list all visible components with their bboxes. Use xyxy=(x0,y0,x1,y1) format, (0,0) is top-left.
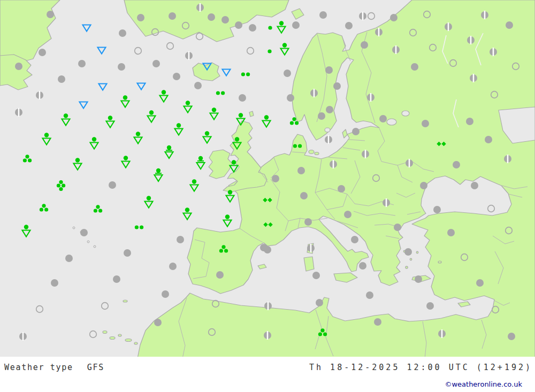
overcast-icon xyxy=(345,22,353,29)
overcast-icon xyxy=(169,12,176,20)
overcast-icon xyxy=(65,255,73,262)
light-rain-icon xyxy=(268,26,272,29)
overcast-icon xyxy=(292,21,300,29)
overcast-icon xyxy=(326,106,333,113)
overcast-icon xyxy=(221,16,229,24)
overcast-icon xyxy=(300,192,308,199)
island-canary-1 xyxy=(103,331,107,334)
overcast-icon xyxy=(433,206,441,213)
overcast-icon xyxy=(476,279,484,287)
island-canary-4 xyxy=(125,339,132,342)
valid-time: Th 18-12-2025 12:00 UTC (12+192) xyxy=(309,363,532,372)
weather-map-page: Weather typeGFS Th 18-12-2025 12:00 UTC … xyxy=(0,0,535,392)
overcast-icon xyxy=(154,319,162,326)
overcast-icon xyxy=(338,185,345,193)
overcast-icon xyxy=(80,229,88,236)
overcast-icon xyxy=(318,112,325,120)
island-canary-3 xyxy=(118,334,121,336)
overcast-icon xyxy=(152,60,160,67)
copyright-link[interactable]: ©weatheronline.co.uk xyxy=(445,380,522,388)
overcast-icon xyxy=(58,75,65,83)
overcast-icon xyxy=(235,21,242,29)
overcast-icon xyxy=(297,167,305,174)
overcast-icon xyxy=(137,14,144,21)
island-aegean-4 xyxy=(406,266,408,268)
overcast-icon xyxy=(39,49,46,56)
overcast-icon xyxy=(316,299,323,306)
overcast-icon xyxy=(361,41,368,49)
overcast-icon xyxy=(173,73,180,80)
footer-text-row: Weather typeGFS Th 18-12-2025 12:00 UTC … xyxy=(0,357,535,372)
overcast-icon xyxy=(304,218,312,226)
overcast-icon xyxy=(447,229,455,236)
overcast-icon xyxy=(264,246,271,253)
overcast-icon xyxy=(169,263,177,270)
overcast-icon xyxy=(352,128,360,135)
island-funen xyxy=(315,152,319,155)
overcast-icon xyxy=(239,94,246,102)
overcast-icon xyxy=(420,182,427,189)
overcast-icon xyxy=(426,302,434,310)
island-canary-2 xyxy=(110,337,115,340)
overcast-icon xyxy=(508,333,515,340)
overcast-icon xyxy=(319,11,327,19)
overcast-icon xyxy=(344,211,351,218)
island-madeira xyxy=(123,300,127,302)
overcast-icon xyxy=(422,120,429,127)
lake-vanern xyxy=(325,128,330,132)
model-name: GFS xyxy=(87,363,104,372)
overcast-icon xyxy=(312,272,320,279)
overcast-icon xyxy=(78,60,86,67)
product-label: Weather typeGFS xyxy=(4,363,104,372)
overcast-icon xyxy=(119,29,126,37)
overcast-icon xyxy=(118,63,125,71)
overcast-icon xyxy=(113,275,120,283)
island-rhodes xyxy=(438,261,441,263)
island-sardinia xyxy=(304,257,314,271)
overcast-icon xyxy=(194,82,202,89)
overcast-icon xyxy=(109,181,116,189)
overcast-icon xyxy=(359,262,366,270)
overcast-icon xyxy=(351,236,358,243)
product-name: Weather type xyxy=(4,363,73,372)
overcast-icon xyxy=(333,82,341,90)
overcast-icon xyxy=(390,14,398,21)
overcast-icon xyxy=(411,63,418,71)
overcast-icon xyxy=(284,70,291,77)
overcast-icon xyxy=(366,291,373,299)
island-aegean-2 xyxy=(410,258,412,260)
overcast-icon xyxy=(394,224,401,231)
overcast-icon xyxy=(47,11,54,18)
overcast-icon xyxy=(453,161,460,168)
overcast-icon xyxy=(379,115,387,122)
overcast-icon xyxy=(374,318,381,326)
overcast-icon xyxy=(249,24,256,32)
island-shetland xyxy=(249,111,254,117)
light-rain-icon xyxy=(268,49,271,53)
overcast-icon xyxy=(287,94,294,102)
overcast-icon xyxy=(325,66,333,74)
overcast-icon xyxy=(415,275,422,283)
lake-onega xyxy=(402,111,409,116)
overcast-icon xyxy=(177,236,184,243)
island-canary-5 xyxy=(134,342,137,344)
island-aegean-3 xyxy=(416,251,418,253)
overcast-icon xyxy=(216,271,224,279)
lake-ladoga xyxy=(387,119,396,125)
europe-weather-map xyxy=(0,0,535,357)
overcast-icon xyxy=(15,63,22,70)
overcast-icon xyxy=(208,13,215,21)
overcast-icon xyxy=(471,182,478,189)
overcast-icon xyxy=(162,290,169,298)
overcast-icon xyxy=(506,21,513,29)
island-zealand xyxy=(309,150,314,154)
overcast-icon xyxy=(272,175,279,182)
overcast-icon xyxy=(124,249,131,257)
map-footer: Weather typeGFS Th 18-12-2025 12:00 UTC … xyxy=(0,357,535,392)
overcast-icon xyxy=(466,118,473,125)
overcast-icon xyxy=(485,136,492,143)
overcast-icon xyxy=(51,279,58,287)
overcast-icon xyxy=(404,248,412,256)
